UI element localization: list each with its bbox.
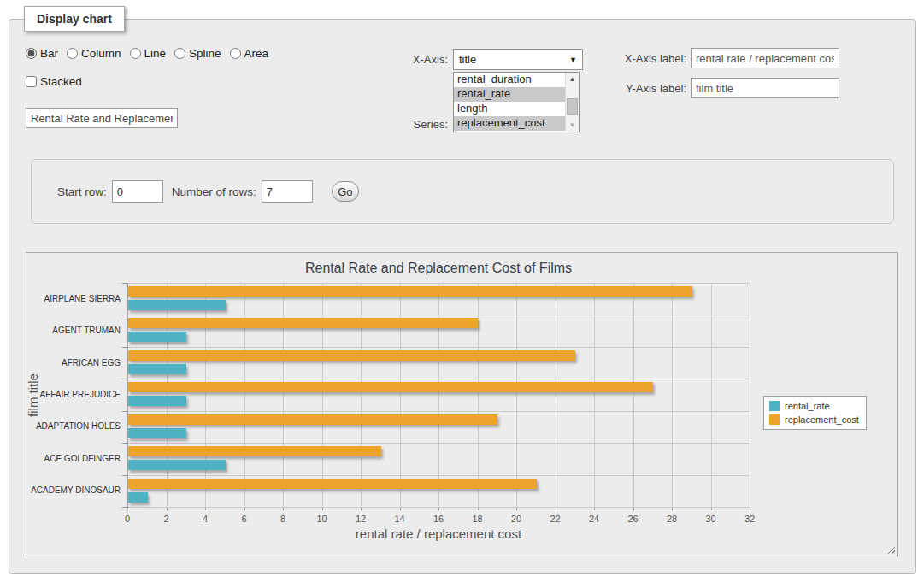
gridline bbox=[127, 443, 750, 444]
chart-title: Rental Rate and Replacement Cost of Film… bbox=[127, 261, 750, 276]
chart-bar-rental_rate[interactable] bbox=[128, 428, 186, 438]
x-tick-label: 2 bbox=[163, 514, 168, 524]
x-tick-label: 28 bbox=[667, 514, 677, 524]
gridline bbox=[711, 283, 712, 507]
chart-title-input[interactable] bbox=[26, 108, 178, 128]
num-rows-input[interactable] bbox=[262, 180, 313, 203]
scroll-up-icon[interactable]: ▲ bbox=[566, 73, 579, 85]
chart-type-radio-spline[interactable] bbox=[174, 48, 185, 59]
x-tick-label: 32 bbox=[744, 514, 755, 524]
chart-bar-rental_rate[interactable] bbox=[128, 460, 226, 470]
chart-bar-rental_rate[interactable] bbox=[128, 364, 186, 374]
y-axis-label-input[interactable] bbox=[691, 78, 839, 98]
chart-bar-replacement_cost[interactable] bbox=[128, 446, 381, 456]
chart-bar-rental_rate[interactable] bbox=[128, 300, 226, 310]
gridline bbox=[127, 475, 750, 476]
x-tick-label: 0 bbox=[125, 514, 130, 524]
gridline bbox=[127, 379, 750, 379]
x-tick-mark bbox=[750, 507, 750, 510]
gridline bbox=[594, 283, 595, 507]
x-tick-label: 20 bbox=[511, 514, 521, 524]
chart-type-radio-line[interactable] bbox=[130, 48, 141, 59]
chart-bar-replacement_cost[interactable] bbox=[128, 350, 575, 361]
y-axis-label-label: Y-Axis label: bbox=[620, 82, 686, 95]
category-label: ADAPTATION HOLES bbox=[25, 421, 121, 431]
go-button[interactable]: Go bbox=[332, 181, 359, 202]
scroll-down-icon[interactable]: ▼ bbox=[566, 119, 579, 132]
category-label: ACADEMY DINOSAUR bbox=[25, 485, 121, 495]
chart-bar-replacement_cost[interactable] bbox=[128, 318, 478, 328]
chart-type-label: Line bbox=[144, 47, 167, 60]
chart-container: Rental Rate and Replacement Cost of Film… bbox=[26, 252, 898, 556]
x-tick-label: 6 bbox=[241, 514, 246, 524]
x-tick-label: 22 bbox=[550, 514, 560, 524]
gridline bbox=[127, 315, 750, 315]
chart-legend: rental_ratereplacement_cost bbox=[763, 396, 867, 430]
scrollbar-thumb[interactable] bbox=[567, 98, 578, 115]
chart-type-radio-area[interactable] bbox=[230, 48, 241, 59]
gridline bbox=[478, 283, 479, 507]
chart-bar-replacement_cost[interactable] bbox=[128, 286, 692, 297]
start-row-input[interactable] bbox=[112, 180, 163, 203]
gridline bbox=[127, 411, 750, 412]
gridline bbox=[400, 283, 401, 507]
legend-item-replacement_cost[interactable]: replacement_cost bbox=[769, 414, 859, 425]
legend-label: replacement_cost bbox=[785, 414, 859, 425]
chart-type-radio-group: BarColumnLineSplineArea bbox=[26, 47, 268, 60]
series-select-label: Series: bbox=[397, 118, 448, 131]
gridline bbox=[127, 347, 750, 348]
chart-type-option-spline[interactable]: Spline bbox=[174, 47, 221, 60]
x-tick-label: 16 bbox=[433, 514, 444, 524]
gridline bbox=[672, 283, 673, 507]
x-tick-label: 18 bbox=[472, 514, 482, 524]
fieldset-legend: Display chart bbox=[24, 6, 125, 32]
chart-bar-rental_rate[interactable] bbox=[128, 492, 148, 503]
gridline bbox=[556, 283, 556, 507]
legend-item-rental_rate[interactable]: rental_rate bbox=[769, 401, 859, 411]
gridline bbox=[244, 283, 245, 507]
x-tick-label: 10 bbox=[316, 514, 327, 524]
x-axis-label-input[interactable] bbox=[691, 48, 839, 68]
series-listbox-scrollbar[interactable]: ▲ ▼ bbox=[565, 73, 579, 132]
stacked-label: Stacked bbox=[40, 75, 82, 88]
chart-bar-replacement_cost[interactable] bbox=[128, 414, 497, 425]
chart-type-option-bar[interactable]: Bar bbox=[26, 47, 58, 60]
gridline bbox=[361, 283, 362, 507]
x-tick-label: 4 bbox=[203, 514, 208, 524]
gridline bbox=[750, 283, 750, 507]
chart-type-label: Column bbox=[81, 47, 121, 60]
series-option-replacement_cost[interactable]: replacement_cost bbox=[454, 116, 565, 131]
stacked-checkbox-row: Stacked bbox=[26, 75, 82, 88]
gridline bbox=[167, 283, 168, 507]
gridline bbox=[283, 283, 284, 507]
x-axis-select[interactable]: title ▼ bbox=[453, 49, 583, 70]
series-option-length[interactable]: length bbox=[454, 102, 565, 116]
chart-type-option-area[interactable]: Area bbox=[230, 47, 269, 60]
stacked-checkbox[interactable] bbox=[26, 76, 37, 87]
chart-type-option-line[interactable]: Line bbox=[130, 47, 167, 60]
chart-type-option-column[interactable]: Column bbox=[67, 47, 121, 60]
series-listbox[interactable]: rental_durationrental_ratelengthreplacem… bbox=[453, 72, 580, 132]
category-label: AFRICAN EGG bbox=[25, 358, 121, 367]
chart-bar-rental_rate[interactable] bbox=[128, 332, 186, 342]
chevron-down-icon: ▼ bbox=[569, 56, 577, 64]
gridline bbox=[438, 283, 439, 507]
chart-bar-replacement_cost[interactable] bbox=[128, 382, 653, 392]
stacked-option[interactable]: Stacked bbox=[26, 75, 82, 88]
x-tick-label: 30 bbox=[705, 514, 715, 524]
chart-type-radio-bar[interactable] bbox=[26, 48, 37, 59]
series-option-rental_rate[interactable]: rental_rate bbox=[454, 87, 565, 102]
start-row-label: Start row: bbox=[57, 185, 107, 198]
chart-type-label: Spline bbox=[189, 47, 221, 60]
x-tick-label: 26 bbox=[627, 514, 638, 524]
x-tick-label: 12 bbox=[356, 514, 366, 524]
category-label: ACE GOLDFINGER bbox=[25, 454, 121, 463]
gridline bbox=[205, 283, 206, 507]
chart-bar-replacement_cost[interactable] bbox=[128, 479, 537, 489]
chart-bar-rental_rate[interactable] bbox=[128, 396, 186, 406]
resize-handle-icon[interactable] bbox=[886, 544, 895, 554]
x-axis-label-label: X-Axis label: bbox=[620, 52, 686, 65]
category-label: AIRPLANE SIERRA bbox=[25, 294, 121, 303]
series-option-rental_duration[interactable]: rental_duration bbox=[454, 73, 565, 87]
chart-type-radio-column[interactable] bbox=[67, 48, 78, 59]
